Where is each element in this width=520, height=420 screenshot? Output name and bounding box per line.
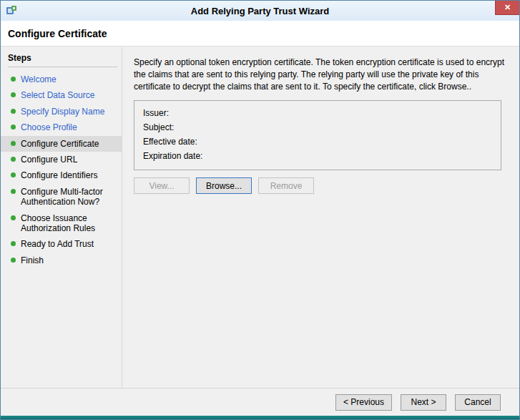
window-bottom-edge — [1, 416, 519, 419]
next-button[interactable]: Next > — [401, 394, 446, 411]
step-configure-url: Configure URL — [8, 152, 117, 167]
step-label: Choose Issuance Authorization Rules — [21, 213, 116, 234]
certificate-info-panel: Issuer: Subject: Effective date: Expirat… — [134, 100, 501, 170]
step-choose-profile[interactable]: Choose Profile — [8, 119, 117, 135]
step-dot-icon — [11, 124, 16, 130]
step-choose-issuance-rules: Choose Issuance Authorization Rules — [8, 210, 117, 237]
step-dot-icon — [11, 77, 16, 82]
steps-heading: Steps — [8, 53, 117, 63]
remove-button: Remove — [258, 177, 314, 194]
step-label: Configure Identifiers — [21, 170, 97, 180]
step-configure-certificate: Configure Certificate — [1, 136, 122, 152]
certificate-actions: View... Browse... Remove — [134, 177, 506, 194]
step-configure-mfa: Configure Multi-factor Authentication No… — [8, 184, 117, 210]
certificate-effective-date-label: Effective date: — [143, 135, 501, 149]
certificate-subject-label: Subject: — [143, 120, 501, 135]
titlebar[interactable]: Add Relying Party Trust Wizard ✕ — [1, 1, 519, 21]
step-label: Select Data Source — [21, 90, 94, 100]
previous-button[interactable]: < Previous — [335, 394, 392, 411]
browse-button[interactable]: Browse... — [196, 177, 252, 194]
step-dot-icon — [11, 241, 16, 246]
steps-divider — [8, 67, 117, 67]
wizard-window: Add Relying Party Trust Wizard ✕ Configu… — [0, 0, 520, 420]
step-label: Welcome — [21, 74, 57, 84]
close-icon: ✕ — [504, 3, 511, 12]
step-label: Specify Display Name — [21, 107, 104, 117]
window-title: Add Relying Party Trust Wizard — [191, 6, 329, 16]
step-dot-icon — [11, 189, 16, 194]
steps-list: Welcome Select Data Source Specify Displ… — [8, 72, 117, 268]
step-select-data-source[interactable]: Select Data Source — [8, 87, 117, 103]
cancel-button[interactable]: Cancel — [455, 394, 501, 411]
step-dot-icon — [11, 109, 16, 114]
step-finish: Finish — [8, 253, 117, 268]
step-welcome[interactable]: Welcome — [8, 72, 117, 87]
step-ready-to-add-trust: Ready to Add Trust — [8, 236, 117, 252]
step-configure-identifiers: Configure Identifiers — [8, 167, 117, 183]
page-header: Configure Certificate — [1, 21, 519, 47]
page-title: Configure Certificate — [8, 28, 107, 39]
step-label: Choose Profile — [21, 122, 77, 132]
wizard-app-icon — [6, 5, 17, 16]
step-label: Finish — [21, 255, 44, 265]
step-dot-icon — [11, 141, 16, 146]
step-dot-icon — [11, 258, 16, 263]
close-button[interactable]: ✕ — [495, 1, 519, 15]
step-label: Configure URL — [21, 155, 77, 165]
steps-sidebar: Steps Welcome Select Data Source Specify… — [1, 47, 122, 388]
wizard-footer: < Previous Next > Cancel — [1, 388, 519, 416]
instruction-text: Specify an optional token encryption cer… — [134, 57, 506, 92]
wizard-body: Steps Welcome Select Data Source Specify… — [1, 47, 519, 388]
step-label: Ready to Add Trust — [21, 239, 94, 249]
step-label: Configure Certificate — [21, 139, 99, 149]
certificate-expiration-date-label: Expiration date: — [143, 149, 501, 163]
step-dot-icon — [11, 157, 16, 162]
certificate-issuer-label: Issuer: — [143, 106, 501, 120]
view-button: View... — [134, 177, 190, 194]
step-dot-icon — [11, 92, 16, 97]
step-dot-icon — [11, 172, 16, 177]
step-dot-icon — [11, 215, 16, 220]
step-label: Configure Multi-factor Authentication No… — [21, 187, 116, 207]
step-specify-display-name[interactable]: Specify Display Name — [8, 104, 117, 119]
main-panel: Specify an optional token encryption cer… — [122, 47, 519, 388]
